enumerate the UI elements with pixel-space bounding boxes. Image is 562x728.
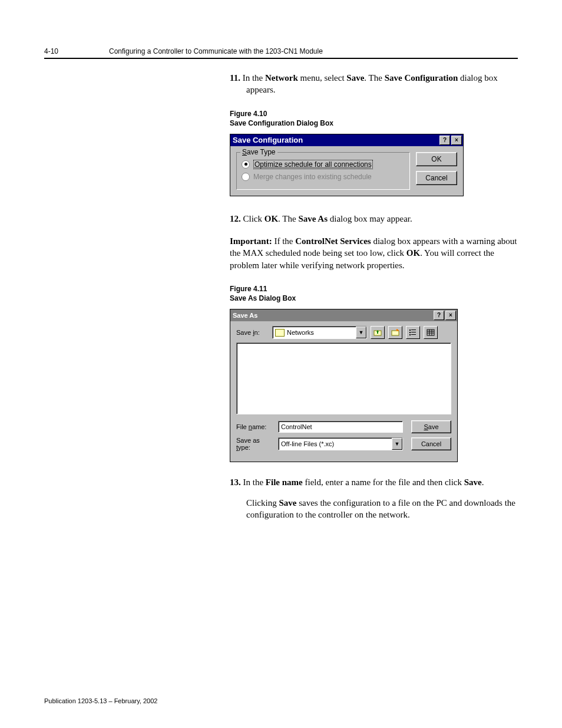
save-button[interactable]: Save [411, 420, 451, 433]
file-name-label: File name: [236, 423, 275, 430]
dialog-title: Save Configuration [233, 136, 303, 144]
chevron-down-icon[interactable]: ▼ [356, 327, 366, 338]
radio-icon [242, 173, 250, 181]
help-icon[interactable]: ? [434, 311, 444, 320]
save-in-label: Save in: [236, 329, 269, 336]
save-as-type-combo[interactable]: Off-line Files (*.xc) ▼ [278, 437, 403, 450]
close-icon[interactable]: × [445, 311, 456, 320]
file-name-field[interactable]: ControlNet [278, 421, 403, 433]
radio-optimize[interactable]: Optimize schedule for all connections [242, 160, 405, 169]
figure-4-10-caption: Figure 4.10 Save Configuration Dialog Bo… [230, 109, 518, 128]
dialog-titlebar: Save Configuration ? × [230, 134, 463, 146]
step-11-num: 11. [230, 73, 240, 83]
close-icon[interactable]: × [451, 136, 462, 145]
save-in-combo[interactable]: Networks ▼ [272, 326, 367, 339]
svg-rect-5 [411, 330, 416, 330]
radio-icon [242, 160, 250, 169]
important-note: Important: If the ControlNet Services di… [230, 235, 518, 271]
up-one-level-icon[interactable] [371, 326, 385, 339]
step-12: 12. Click OK. The Save As dialog box may… [230, 213, 518, 225]
file-list[interactable] [236, 342, 451, 414]
page-header-title: Configuring a Controller to Communicate … [109, 47, 518, 55]
step-13: 13. In the File name field, enter a name… [230, 476, 518, 521]
radio-optimize-label: Optimize schedule for all connections [253, 160, 373, 169]
save-in-value: Networks [287, 329, 314, 336]
group-label: Save Type [240, 148, 277, 156]
step-12-num: 12. [230, 214, 241, 223]
svg-rect-6 [411, 332, 416, 332]
step-11: 11. In the Network menu, select Save. Th… [230, 72, 518, 96]
page-number: 4-10 [44, 47, 109, 55]
save-as-dialog: Save As ? × Save in: Networks ▼ [230, 309, 458, 462]
svg-rect-2 [409, 330, 411, 331]
new-folder-icon[interactable] [388, 326, 402, 339]
svg-rect-8 [427, 330, 434, 335]
svg-rect-1 [392, 331, 399, 335]
ok-button[interactable]: OK [416, 152, 457, 166]
chevron-down-icon[interactable]: ▼ [392, 438, 402, 450]
figure-4-11-caption: Figure 4.11 Save As Dialog Box [230, 284, 518, 303]
footer-publication: Publication 1203-5.13 – February, 2002 [44, 697, 157, 704]
folder-icon [275, 329, 285, 337]
save-type-group: Save Type Optimize schedule for all conn… [236, 152, 410, 190]
dialog-title: Save As [233, 312, 257, 319]
svg-rect-7 [411, 334, 416, 335]
cancel-button[interactable]: Cancel [411, 437, 451, 450]
svg-rect-3 [409, 332, 411, 333]
cancel-button[interactable]: Cancel [416, 171, 457, 185]
radio-merge[interactable]: Merge changes into existing schedule [242, 173, 405, 181]
list-view-icon[interactable] [406, 326, 420, 339]
step-13-num: 13. [230, 477, 241, 487]
help-icon[interactable]: ? [439, 136, 450, 145]
details-view-icon[interactable] [424, 326, 438, 339]
save-configuration-dialog: Save Configuration ? × Save Type Optimiz… [230, 134, 464, 196]
page-header: 4-10 Configuring a Controller to Communi… [44, 47, 518, 59]
radio-merge-label: Merge changes into existing schedule [253, 173, 372, 181]
dialog-titlebar: Save As ? × [230, 309, 457, 321]
save-as-type-label: Save as type: [236, 437, 275, 451]
svg-rect-4 [409, 334, 411, 335]
